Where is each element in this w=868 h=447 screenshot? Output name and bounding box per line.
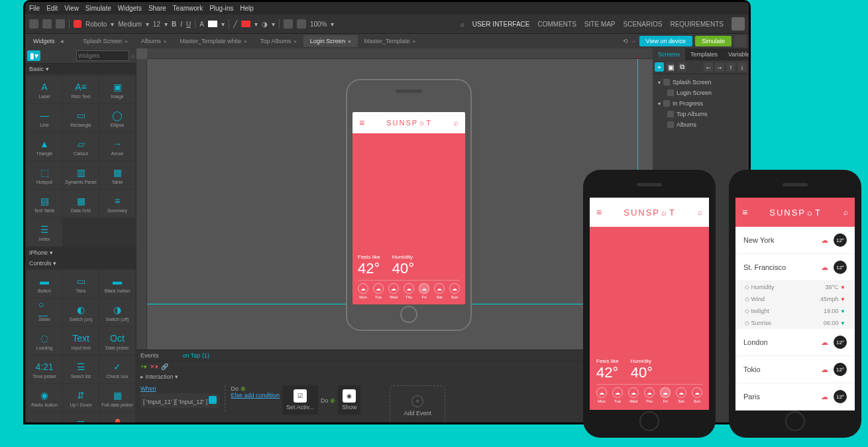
widget-text-table[interactable]: ▤Text Table [27,190,62,218]
widget-rectangle[interactable]: ▭Rectangle [63,104,99,132]
size-select[interactable]: 12 [153,21,160,28]
document-tab[interactable]: Login Screen × [303,35,358,47]
view-on-device-button[interactable]: View on device [639,36,692,46]
widget-label[interactable]: ALabel [27,76,62,103]
user-avatar[interactable] [732,17,745,31]
zoom-select[interactable]: 100% [310,21,327,28]
interaction-label[interactable]: ▸ Interaction ▾ [140,373,178,380]
close-icon[interactable]: × [125,38,128,44]
menu-edit[interactable]: Edit [46,5,58,12]
widget-check-box[interactable]: ✓Check box [99,355,135,383]
add-screen-button[interactable]: + [655,62,664,72]
tree-folder[interactable]: ▾In Progress [655,98,746,109]
menu-plugins[interactable]: Plug-ins [209,5,233,12]
widget-image[interactable]: ▣Image [99,76,135,103]
menu-widgets[interactable]: Widgets [118,5,142,12]
section-basic[interactable]: Basic ▾ [25,64,136,74]
nav-sitemap[interactable]: SITE MAP [584,21,616,28]
menu-share[interactable]: Share [148,5,166,12]
nav-back-icon[interactable]: ⟲ [623,38,628,44]
widget-time-picker[interactable]: 4:21Time picker [27,355,62,383]
widget-button[interactable]: ▬Button [27,270,62,298]
distribute-icon[interactable] [297,19,306,29]
widget-line[interactable]: —Line [27,104,62,132]
search-icon[interactable]: ⌕ [843,208,848,217]
search-icon[interactable]: ⌕ [454,118,459,127]
city-row[interactable]: Tokio☁12° [735,356,855,383]
duplicate-icon[interactable]: ⧉ [677,62,686,72]
close-icon[interactable]: × [244,38,247,44]
edit-icon[interactable] [209,396,217,404]
move-right-icon[interactable]: → [715,62,724,72]
document-tab[interactable]: Albums × [135,35,174,47]
menu-file[interactable]: File [29,5,40,12]
document-tab[interactable]: Master_Template × [358,35,423,47]
action-show[interactable]: ◉ Show [338,385,361,415]
stroke-color[interactable] [241,21,250,27]
search-icon[interactable]: ⌕ [461,21,464,28]
delete-icon[interactable]: ✕▾ [150,363,158,370]
widget-rich-text[interactable]: A≡Rich Text [63,76,99,103]
forecast-day[interactable]: ☁Tue [612,387,623,403]
hamburger-icon[interactable]: ≡ [596,207,602,218]
search-icon[interactable]: ⌕ [131,52,135,59]
tab-screens[interactable]: Screens [653,48,685,60]
document-tab[interactable]: Splash Screen × [77,35,135,47]
nav-requirements[interactable]: REQUIREMENTS [670,21,724,28]
section-iphone[interactable]: iPhone ▾ [25,247,136,258]
settings-icon[interactable] [734,35,746,47]
add-event-button[interactable]: + Add Event [390,385,445,422]
widget-data-grid[interactable]: ▦Data Grid [63,190,99,218]
close-icon[interactable]: × [164,38,167,44]
else-condition-link[interactable]: Else add condition [231,392,280,399]
undo-icon[interactable] [29,19,38,29]
hamburger-icon[interactable]: ≡ [359,117,364,128]
align-icon[interactable] [284,19,293,29]
widget-map-pin[interactable]: 📍Map pin [99,413,135,422]
simulate-button[interactable]: Simulate [695,36,732,46]
close-icon[interactable]: × [348,38,351,44]
city-row[interactable]: London☁12° [735,329,855,356]
folder-icon[interactable]: ▣ [666,62,675,72]
link-icon[interactable]: 🔗 [161,363,168,370]
when-link[interactable]: When [140,385,219,392]
brand-icon[interactable] [74,20,81,28]
color-swatch[interactable] [208,21,217,27]
nav-comments[interactable]: COMMENTS [538,21,576,28]
widget-callout[interactable]: ▱Callout [63,133,99,160]
tree-folder[interactable]: ▾Splash Screen [655,77,746,88]
close-icon[interactable]: × [294,38,297,44]
menu-view[interactable]: View [64,5,79,12]
hamburger-icon[interactable]: ≡ [742,207,747,218]
action-set-active[interactable]: ☑ Set Activ... [282,385,318,415]
widget-loading[interactable]: ◌Loading [27,327,62,355]
widget-summary[interactable]: ≡Summary [99,190,135,218]
widget-switch-on-[interactable]: ◐Switch (on) [63,298,99,326]
widget-dynamic-panel[interactable]: ▥Dynamic Panel [63,161,99,189]
widget-new-app-icon[interactable]: ●New app icon [27,413,62,422]
widget-select-list[interactable]: ☰Select list [63,355,99,383]
widget-switch-off-[interactable]: ◑Switch (off) [99,298,135,326]
city-row[interactable]: New York☁12° [735,227,855,254]
bold-button[interactable]: B [172,21,176,28]
nav-scenarios[interactable]: SCENARIOS [624,21,663,28]
tree-screen[interactable]: Top Albums [655,109,746,119]
tab-variables[interactable]: Variables [723,48,749,60]
add-action-icon[interactable]: ⊕ [330,397,335,404]
widget-radio-button[interactable]: ◉Radio button [27,384,62,412]
collapse-icon[interactable]: ◂ [60,38,64,44]
widget-up-down[interactable]: ⇵Up / Down [63,384,99,412]
forecast-day[interactable]: ☁Thu [404,283,414,299]
widget-ellipse[interactable]: ◯Ellipse [99,104,135,132]
widget-arrow[interactable]: →Arrow [99,133,135,160]
weight-select[interactable]: Medium [118,21,142,28]
forecast-day[interactable]: ☁Thu [644,387,655,403]
add-interaction-button[interactable]: +▾ [140,363,147,370]
widget-input-text[interactable]: TextInput text [63,327,99,355]
underline-button[interactable]: U [186,21,191,28]
move-up-icon[interactable]: ↑ [726,62,735,72]
event-tab[interactable]: on Tap (1) [183,352,209,359]
italic-button[interactable]: I [180,21,182,28]
forecast-day[interactable]: ☁Wed [628,387,639,403]
forecast-day[interactable]: ☁Sun [692,387,702,403]
